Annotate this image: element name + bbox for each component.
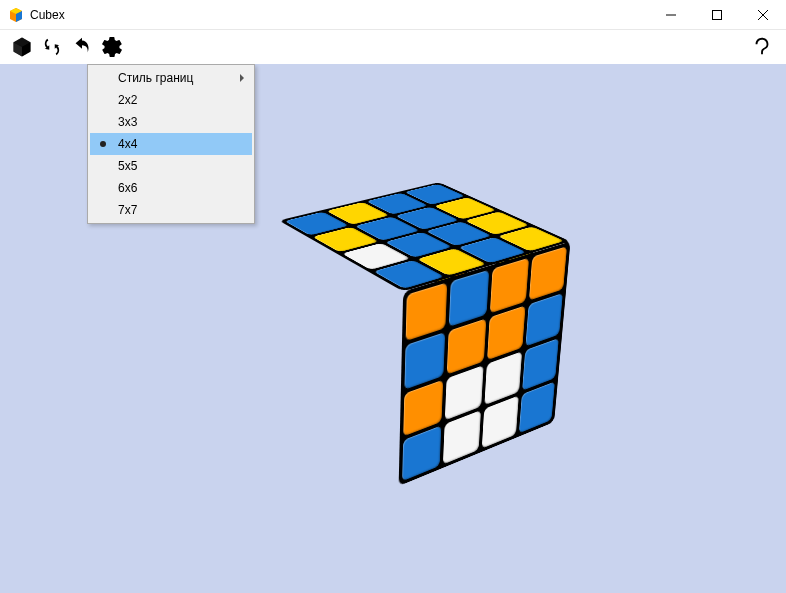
- menu-item-label: Стиль границ: [118, 71, 193, 85]
- selected-dot-icon: [100, 141, 106, 147]
- menu-item-label: 4x4: [118, 137, 137, 151]
- app-icon: [8, 7, 24, 23]
- menu-item-стиль-границ[interactable]: Стиль границ: [90, 67, 252, 89]
- svg-rect-4: [713, 10, 722, 19]
- cube-tile[interactable]: [449, 270, 489, 327]
- menu-item-label: 3x3: [118, 115, 137, 129]
- rubiks-cube[interactable]: [337, 210, 501, 440]
- settings-button[interactable]: [98, 33, 126, 61]
- menu-item-2x2[interactable]: 2x2: [90, 89, 252, 111]
- shuffle-button[interactable]: [38, 33, 66, 61]
- undo-button[interactable]: [68, 33, 96, 61]
- minimize-button[interactable]: [648, 0, 694, 30]
- window-title: Cubex: [30, 8, 65, 22]
- titlebar: Cubex: [0, 0, 786, 30]
- help-button[interactable]: [748, 33, 776, 61]
- cube-tile[interactable]: [490, 258, 529, 314]
- cube-button[interactable]: [8, 33, 36, 61]
- cube-tile[interactable]: [529, 246, 567, 300]
- menu-item-label: 7x7: [118, 203, 137, 217]
- cube-viewport[interactable]: [220, 124, 620, 544]
- close-button[interactable]: [740, 0, 786, 30]
- menu-item-label: 2x2: [118, 93, 137, 107]
- menu-item-label: 6x6: [118, 181, 137, 195]
- menu-item-4x4[interactable]: 4x4: [90, 133, 252, 155]
- menu-item-6x6[interactable]: 6x6: [90, 177, 252, 199]
- toolbar: [0, 30, 786, 64]
- menu-item-5x5[interactable]: 5x5: [90, 155, 252, 177]
- menu-item-7x7[interactable]: 7x7: [90, 199, 252, 221]
- maximize-button[interactable]: [694, 0, 740, 30]
- settings-menu: Стиль границ2x23x34x45x56x67x7: [87, 64, 255, 224]
- menu-item-label: 5x5: [118, 159, 137, 173]
- menu-item-3x3[interactable]: 3x3: [90, 111, 252, 133]
- canvas-3d[interactable]: Стиль границ2x23x34x45x56x67x7: [0, 64, 786, 593]
